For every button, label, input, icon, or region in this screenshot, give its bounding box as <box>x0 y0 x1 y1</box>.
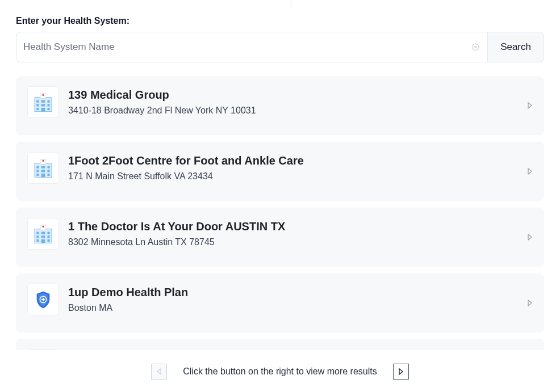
svg-rect-22 <box>48 170 50 172</box>
svg-rect-21 <box>48 166 50 168</box>
svg-rect-39 <box>41 239 45 243</box>
main-container: Enter your Health System: Search <box>0 0 560 362</box>
result-address: 3410-18 Broadway 2nd Fl New York NY 1003… <box>68 106 533 116</box>
result-title: 1up Demo Health Plan <box>68 285 533 300</box>
result-body: 1Foot 2Foot Centre for Foot and Ankle Ca… <box>68 152 533 182</box>
svg-rect-13 <box>41 108 45 112</box>
svg-rect-38 <box>41 235 45 238</box>
svg-rect-31 <box>36 232 39 234</box>
pagination-text: Click the button on the right to view mo… <box>183 366 377 377</box>
svg-rect-25 <box>41 170 45 172</box>
prev-page-button[interactable] <box>151 364 167 380</box>
svg-rect-19 <box>36 170 39 172</box>
svg-rect-30 <box>43 226 44 227</box>
next-page-button[interactable] <box>393 364 409 380</box>
svg-rect-35 <box>48 235 50 238</box>
clear-icon[interactable] <box>470 42 480 52</box>
svg-rect-23 <box>48 174 50 176</box>
hospital-icon <box>27 218 59 250</box>
svg-rect-18 <box>36 166 39 168</box>
svg-rect-32 <box>36 235 39 238</box>
svg-rect-17 <box>43 160 44 162</box>
svg-rect-20 <box>36 174 39 176</box>
svg-rect-9 <box>48 104 50 106</box>
result-title: 139 Medical Group <box>68 87 533 102</box>
svg-rect-12 <box>41 104 45 106</box>
result-item[interactable]: 1 The Doctor Is At Your Door AUSTIN TX 8… <box>16 208 544 267</box>
svg-rect-6 <box>36 104 39 106</box>
results-list: 139 Medical Group 3410-18 Broadway 2nd F… <box>16 76 544 362</box>
result-address: 8302 Minnesota Ln Austin TX 78745 <box>68 237 533 247</box>
result-body: 1up Demo Health Plan Boston MA <box>68 284 533 313</box>
top-divider <box>291 0 291 8</box>
result-item[interactable]: 1Foot 2Foot Centre for Foot and Ankle Ca… <box>16 142 544 201</box>
search-input-wrap <box>16 32 487 62</box>
svg-rect-8 <box>48 100 50 103</box>
result-address: Boston MA <box>68 303 533 313</box>
svg-rect-5 <box>36 100 39 103</box>
svg-rect-11 <box>41 100 45 103</box>
svg-rect-4 <box>43 94 44 96</box>
result-body: 1 The Doctor Is At Your Door AUSTIN TX 8… <box>68 218 533 247</box>
result-title: 1Foot 2Foot Centre for Foot and Ankle Ca… <box>68 153 533 168</box>
result-item[interactable]: 139 Medical Group 3410-18 Broadway 2nd F… <box>16 76 544 135</box>
svg-rect-37 <box>41 232 45 234</box>
chevron-right-icon <box>527 234 533 241</box>
chevron-right-icon <box>527 168 533 175</box>
svg-rect-34 <box>48 232 50 234</box>
svg-rect-42 <box>41 299 45 300</box>
result-address: 171 N Main Street Suffolk VA 23434 <box>68 171 533 182</box>
svg-rect-26 <box>41 174 45 178</box>
search-input[interactable] <box>23 41 470 53</box>
result-item[interactable]: 1up Demo Health Plan Boston MA <box>16 273 544 332</box>
result-title: 1 The Doctor Is At Your Door AUSTIN TX <box>68 219 533 234</box>
search-button[interactable]: Search <box>487 32 544 62</box>
svg-rect-24 <box>41 166 45 168</box>
hospital-icon <box>27 152 59 184</box>
shield-icon <box>27 284 59 315</box>
search-label: Enter your Health System: <box>16 16 544 26</box>
svg-rect-36 <box>48 239 50 242</box>
svg-rect-33 <box>36 239 39 242</box>
svg-rect-10 <box>48 108 50 110</box>
pagination-bar: Click the button on the right to view mo… <box>0 350 560 392</box>
search-bar: Search <box>16 32 544 62</box>
chevron-right-icon <box>527 300 533 306</box>
result-body: 139 Medical Group 3410-18 Broadway 2nd F… <box>68 86 533 116</box>
chevron-right-icon <box>527 102 533 109</box>
hospital-icon <box>27 86 59 118</box>
svg-rect-7 <box>36 108 39 110</box>
